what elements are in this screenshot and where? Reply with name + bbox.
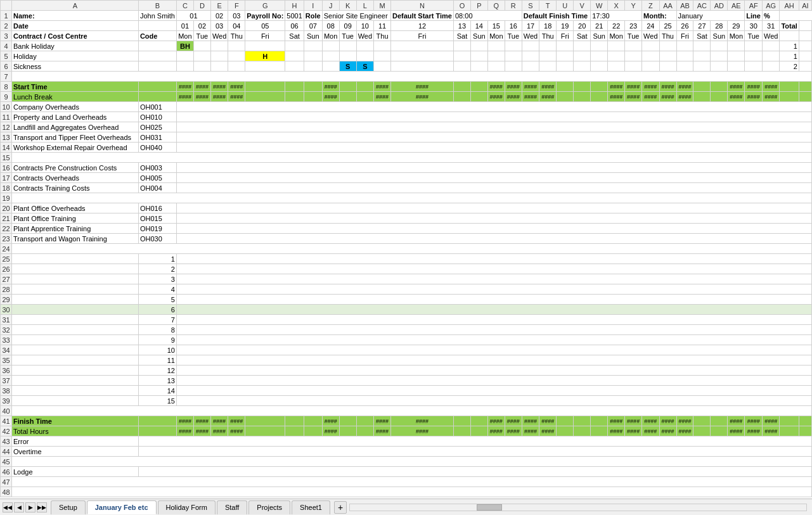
d16: 16 — [505, 21, 522, 31]
r32-data — [176, 325, 811, 335]
th-16: #### — [505, 426, 522, 436]
tab-january-feb[interactable]: January Feb etc — [87, 500, 157, 514]
row-39: 3915 — [1, 396, 812, 406]
ft-08: #### — [322, 416, 339, 426]
tab-nav-prev[interactable]: ◀ — [14, 502, 24, 512]
tab-holiday-form[interactable]: Holiday Form — [158, 500, 216, 514]
tab-add-button[interactable]: + — [334, 501, 347, 514]
horizontal-scrollbar[interactable] — [349, 504, 807, 511]
st-04: #### — [228, 82, 245, 92]
st-18: #### — [539, 82, 557, 92]
spreadsheet-wrapper: A B C D E F G H I J K L M N O — [0, 0, 812, 499]
hol-21 — [591, 51, 608, 61]
sick-05 — [245, 61, 285, 72]
row-41-finish-time: 41 Finish Time #### #### #### #### #### — [1, 416, 812, 426]
row-38: 3814 — [1, 386, 812, 396]
lb-code — [138, 92, 176, 102]
d26: 26 — [676, 21, 693, 31]
tab-sheet1[interactable]: Sheet1 — [292, 500, 330, 514]
day-thu3: Thu — [539, 31, 557, 41]
row-24: 24 — [1, 244, 812, 254]
sick-18 — [539, 61, 557, 72]
company-oh-code: OH001 — [138, 102, 176, 112]
r32: 32 — [1, 325, 12, 335]
d20: 20 — [574, 21, 591, 31]
th-13 — [453, 426, 470, 436]
tab-staff[interactable]: Staff — [217, 500, 247, 514]
day-fri4: Fri — [676, 31, 693, 41]
col-Q-header: Q — [487, 1, 505, 11]
row-14-num: 14 — [1, 143, 12, 153]
plant-training-code: OH015 — [138, 213, 176, 224]
row-16-contracts-pre: 16 Contracts Pre Construction Costs OH00… — [1, 163, 812, 173]
landfill-code: OH025 — [138, 122, 176, 132]
lb-21 — [591, 92, 608, 102]
sick-11 — [374, 61, 391, 72]
tab-setup[interactable]: Setup — [51, 500, 86, 514]
day-sat3: Sat — [574, 31, 591, 41]
day-mon5: Mon — [728, 31, 745, 41]
row-44-num: 44 — [1, 447, 12, 457]
ft-22: #### — [608, 416, 625, 426]
row-46-num: 46 — [1, 467, 12, 477]
sick-09: S — [339, 61, 356, 72]
th-26: #### — [676, 426, 693, 436]
th-11: #### — [374, 426, 391, 436]
day-sun2: Sun — [470, 31, 487, 41]
d23: 23 — [625, 21, 642, 31]
contracts-training-data — [176, 183, 811, 193]
r27-a — [12, 274, 139, 284]
month-label: Month: — [642, 11, 676, 21]
day-tue4: Tue — [625, 31, 642, 41]
bh-17 — [522, 41, 539, 51]
r26-a — [12, 264, 139, 274]
col-AG-header: AG — [762, 1, 779, 11]
plant-training-label: Plant Office Training — [12, 213, 139, 224]
date-01-02: 01 — [176, 11, 210, 21]
tab-nav-last[interactable]: ▶▶ — [37, 502, 47, 512]
tab-projects[interactable]: Projects — [248, 500, 290, 514]
st-03: #### — [210, 82, 228, 92]
workshop-data — [176, 143, 811, 153]
r36-b: 12 — [138, 366, 176, 376]
day-sat1: Sat — [285, 31, 304, 41]
bh-06 — [285, 41, 304, 51]
row-47: 47 — [1, 477, 812, 487]
sheet-area[interactable]: A B C D E F G H I J K L M N O — [0, 0, 812, 499]
ft-24: #### — [642, 416, 659, 426]
th-01: #### — [176, 426, 193, 436]
sick-19 — [557, 61, 574, 72]
tab-nav-next[interactable]: ▶ — [25, 502, 35, 512]
th-08: #### — [322, 426, 339, 436]
col-AF-header: AF — [745, 1, 763, 11]
st-28 — [711, 82, 728, 92]
bh-02 — [193, 41, 210, 51]
ft-20 — [574, 416, 591, 426]
r36-data — [176, 366, 811, 376]
col-E-header: E — [210, 1, 228, 11]
row-40-content — [12, 406, 812, 416]
hol-06 — [285, 51, 304, 61]
row-11-num: 11 — [1, 112, 12, 122]
st-01: #### — [176, 82, 193, 92]
sick-24 — [642, 61, 659, 72]
st-25: #### — [659, 82, 676, 92]
d06: 06 — [285, 21, 304, 31]
hol-02 — [193, 51, 210, 61]
row-45-content — [12, 457, 812, 467]
bh-22 — [608, 41, 625, 51]
day-fri2: Fri — [391, 31, 454, 41]
st-pct — [799, 82, 811, 92]
col-C-header: C — [176, 1, 193, 11]
sick-12 — [391, 61, 454, 72]
r28-b: 4 — [138, 284, 176, 295]
col-F-header: F — [228, 1, 245, 11]
plant-apprentice-data — [176, 224, 811, 234]
col-S-header: S — [522, 1, 539, 11]
error-label: Error — [12, 436, 139, 447]
start-time-label: Start Time — [12, 82, 139, 92]
lb-04: #### — [228, 92, 245, 102]
row-2: 2 Date 01 02 03 04 05 06 07 08 09 10 11 — [1, 21, 812, 31]
col-M-header: M — [374, 1, 391, 11]
tab-nav-first[interactable]: ◀◀ — [3, 502, 13, 512]
